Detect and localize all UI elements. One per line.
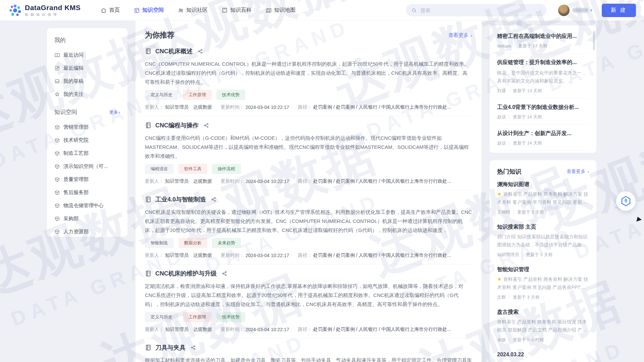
hot-meta: 王增柯 更新于 3 天前 [497, 209, 589, 215]
hot-item[interactable]: 渊海知识图谱 ★资料索引 产品资料 商务资料 解决方案 技术资料 客户案例 学习… [497, 176, 589, 219]
main-nav: 首页 知识空间 知识社区 知识百科 知识地图 [101, 7, 296, 14]
search-box[interactable] [406, 4, 547, 16]
hot-item[interactable]: 智能知识管理 ★资料索引 产品资料 商务资料 解决方案 技术资料 客户案例 常见… [497, 261, 589, 304]
path-value[interactable]: 处罚案例 / 处罚案例 / 人民银行 / 中国人民银行上海市分行行政处... [313, 252, 451, 258]
sidebar-space-logistics[interactable]: 物流仓储管理中心 [54, 199, 120, 212]
updater-value: 知识管理员 [165, 326, 189, 333]
tag[interactable]: 数据分析 [178, 238, 207, 248]
article-card: CNC机床的维护与升级 定期清洁机床，检查润滑油和冷却液，保持机床良好的工作状态… [145, 264, 472, 339]
share-icon[interactable] [222, 271, 227, 276]
hot-item[interactable]: 盘古搜索 资料索引 产品资料 商务售前 项目情况 技术相关 答疑解惑 产品文档 … [497, 304, 589, 347]
nav-knowledge-community[interactable]: 知识社区 [178, 7, 208, 14]
recommended-title[interactable]: 工业4.0背景下的制造业数据分析... [497, 104, 589, 111]
hot-item[interactable]: 2024.03.22 代申 王军军 本周完成工作 知识图谱 【bug】排查并解决… [497, 347, 589, 362]
nav-home[interactable]: 首页 [101, 7, 120, 14]
ai-assistant-button[interactable] [616, 191, 636, 211]
sidebar-space-hr[interactable]: 人力资源部 [54, 225, 120, 238]
hot-title[interactable]: 智能知识管理 [497, 266, 589, 273]
nav-label: 首页 [109, 7, 120, 14]
article-title[interactable]: 工业4.0与智能制造 [155, 195, 206, 203]
nav-knowledge-wiki[interactable]: 知识百科 [222, 7, 252, 14]
sidebar-space-tech-institute[interactable]: 技术研究院 [54, 134, 120, 147]
sidebar-item-label: 我的草稿 [63, 78, 84, 84]
tag[interactable]: 工作原理 [183, 312, 212, 322]
community-icon [178, 7, 184, 13]
share-icon[interactable] [211, 197, 216, 202]
cube-icon [54, 190, 60, 195]
tag[interactable]: 技术优势 [216, 90, 245, 100]
share-icon[interactable] [198, 49, 203, 54]
divider [514, 210, 514, 214]
map-icon [266, 7, 272, 13]
hot-title[interactable]: 盘古搜索 [497, 308, 589, 316]
article-title[interactable]: CNC机床概述 [155, 47, 193, 55]
datagrand-logo[interactable]: DataGrand KMS 智能知识管理 [9, 4, 80, 17]
spaces-more-link[interactable]: 更多 › [109, 109, 120, 115]
sidebar-space-demo[interactable]: 演示知识空间（可... [54, 160, 120, 173]
org-value: 达观数据 [193, 178, 212, 184]
sidebar-space-manufacturing[interactable]: 制造工艺部 [54, 147, 120, 160]
updater-value: 知识管理员 [165, 104, 189, 110]
sidebar-item-my-drafts[interactable]: 我的草稿 [54, 75, 120, 88]
time-label: 更新时间： [221, 104, 244, 110]
nav-knowledge-map[interactable]: 知识地图 [266, 7, 296, 14]
path-value[interactable]: 处罚案例 / 处罚案例 / 人民银行 / 中国人民银行上海市分行行政处... [313, 326, 451, 333]
sidebar-item-recent-visits[interactable]: 最近访问 [54, 49, 120, 62]
path-value[interactable]: 处罚案例 / 处罚案例 / 人民银行 / 中国人民银行上海市分行行政处... [313, 104, 451, 110]
tag[interactable]: 工作原理 [183, 90, 212, 100]
recommended-title[interactable]: 供应链管理：提升制造业效率的... [497, 59, 589, 66]
hot-summary: 代申 王军军 本周完成工作 知识图谱 【bug】排查并解决由于删除图谱时数据库为… [497, 360, 589, 362]
sidebar-item-recent-edits[interactable]: 最近编辑 [54, 62, 120, 75]
hot-title[interactable]: 2024.03.22 [497, 351, 589, 358]
article-title[interactable]: CNC机床的维护与升级 [155, 269, 217, 278]
tag[interactable]: 未来趋势 [212, 238, 241, 248]
tag[interactable]: 技术优势 [216, 312, 245, 322]
updater-label: 更新人： [145, 104, 164, 110]
author: 余放 [497, 337, 506, 343]
divider [509, 295, 509, 299]
hot-title[interactable]: 渊海知识图谱 [497, 181, 589, 188]
search-input[interactable] [420, 7, 541, 13]
tag[interactable]: 软件工具 [178, 164, 207, 174]
path-value[interactable]: 处罚案例 / 处罚案例 / 人民银行 / 中国人民银行上海市分行行政处... [313, 178, 451, 184]
article-title[interactable]: CNC编程与操作 [155, 121, 199, 129]
hot-view-more-link[interactable]: 查看更多 › [567, 169, 589, 175]
time-label: 更新时间： [221, 252, 244, 258]
new-button[interactable]: 新 建 [602, 4, 636, 17]
tag[interactable]: 定义与历史 [145, 90, 178, 100]
hot-title[interactable]: 知识搜索部 主页 [497, 223, 589, 231]
draft-icon [54, 78, 60, 84]
tag[interactable]: 编程语言 [145, 164, 174, 174]
share-icon[interactable] [191, 345, 196, 350]
recommended-item[interactable]: 从设计到生产：创新产品开发... 赵达 更新于 14 天前 [497, 125, 589, 151]
tag[interactable]: 智能制造 [145, 238, 174, 248]
space-label: 采购部 [63, 216, 78, 222]
recommended-title[interactable]: 从设计到生产：创新产品开发... [497, 130, 589, 137]
hexagon-pen-icon [620, 195, 632, 207]
tag[interactable]: 定义与历史 [145, 312, 178, 322]
avatar[interactable] [558, 5, 570, 16]
view-more-link[interactable]: 查看更多 › [448, 32, 472, 39]
hot-meta: 余放 更新于 5 小时前 [497, 337, 589, 343]
share-icon[interactable] [204, 123, 209, 128]
recommended-item[interactable]: 工业4.0背景下的制造业数据分析... 赵达 更新于 14 天前 [497, 99, 589, 125]
document-icon [145, 122, 152, 129]
author: 赵达 [497, 140, 506, 146]
sidebar-space-procurement[interactable]: 采购部 [54, 212, 120, 225]
edit-icon [54, 65, 60, 71]
sidebar-item-my-follows[interactable]: 我的关注 [54, 88, 120, 101]
logo-subtitle: 智能知识管理 [25, 12, 80, 17]
article-title[interactable]: 刀具与夹具 [155, 344, 185, 352]
recommended-item[interactable]: 精密工程在高端制造业中的应用... William 更新于 13 天前 [497, 27, 589, 54]
sidebar-space-marketing[interactable]: 营销管理部 [54, 121, 120, 134]
user-menu[interactable]: ▾ [558, 5, 592, 16]
article-summary: 根据加工材料和要求选择合适的刀具，如硬质合金刀具、陶瓷刀具等。包括手动夹具、气动… [145, 356, 472, 362]
tag[interactable]: 操作流程 [212, 164, 241, 174]
recommended-title[interactable]: 精密工程在高端制造业中的应用... [497, 33, 589, 40]
hot-item[interactable]: 知识搜索部 主页 部门介绍 知识搜索部以底层搜索能力和知识图谱能力为基础，不仅提… [497, 219, 589, 261]
sidebar-space-aftersales[interactable]: 售后服务部 [54, 186, 120, 199]
sidebar-space-quality[interactable]: 质量管理部 [54, 173, 120, 186]
scrollbar-thumb[interactable] [593, 31, 595, 50]
recommended-item[interactable]: 供应链管理：提升制造业效率的... 桃花，是中国传统文化中的重要花卉之一，具有丰… [497, 54, 589, 99]
nav-knowledge-space[interactable]: 知识空间 [134, 7, 164, 14]
